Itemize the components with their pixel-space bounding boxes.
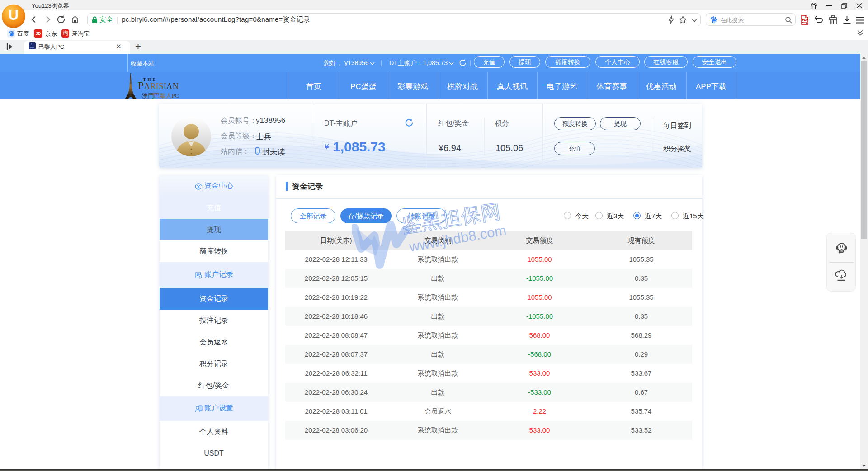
svg-text:PDF: PDF bbox=[802, 18, 808, 21]
svg-text:du: du bbox=[713, 20, 716, 23]
